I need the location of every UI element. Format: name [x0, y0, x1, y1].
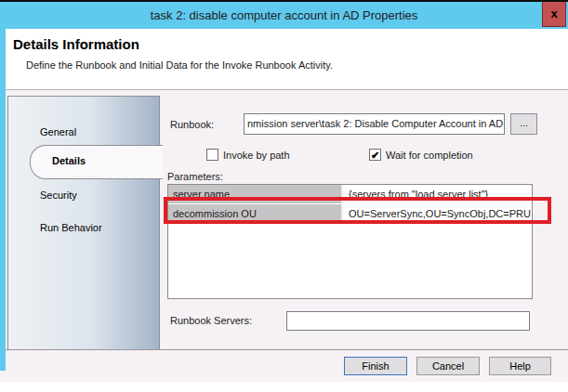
- parameters-table: server name {servers from "load server l…: [167, 184, 533, 299]
- invoke-by-path-label: Invoke by path: [223, 150, 290, 161]
- parameter-value-cell[interactable]: OU=ServerSync,OU=SyncObj,DC=PRU: [345, 204, 532, 223]
- close-icon: x: [550, 7, 557, 20]
- checkbox-invoke-by-path[interactable]: Invoke by path: [206, 148, 290, 162]
- sidebar-item-general[interactable]: General: [40, 124, 76, 139]
- close-button[interactable]: x: [542, 2, 566, 27]
- sidebar-panel: General Details Security Run Behavior: [7, 96, 160, 350]
- runbook-servers-label: Runbook Servers:: [170, 315, 252, 326]
- page-title: Details Information: [13, 36, 139, 52]
- sidebar-item-details-label: Details: [52, 155, 86, 166]
- dialog-window: task 2: disable computer account in AD P…: [0, 0, 568, 392]
- wait-for-completion-checkbox-box[interactable]: ✔: [369, 149, 381, 161]
- runbook-servers-input[interactable]: [286, 311, 530, 331]
- window-left-border: [0, 29, 6, 371]
- parameter-value-cell[interactable]: {servers from "load server list"}: [345, 185, 532, 203]
- parameters-label: Parameters:: [167, 171, 223, 182]
- cancel-button[interactable]: Cancel: [416, 357, 480, 375]
- parameter-name-cell: server name: [168, 185, 343, 203]
- browse-button[interactable]: ...: [510, 113, 537, 135]
- sidebar-item-details[interactable]: Details: [30, 145, 163, 179]
- runbook-input[interactable]: nmission server\task 2: Disable Computer…: [244, 113, 505, 135]
- finish-button[interactable]: Finish: [344, 357, 407, 375]
- parameter-row-decommission-ou: decommission OU OU=ServerSync,OU=SyncObj…: [168, 204, 532, 223]
- help-button[interactable]: Help: [489, 357, 551, 375]
- page-subtitle: Define the Runbook and Initial Data for …: [26, 59, 333, 71]
- sidebar-item-security[interactable]: Security: [40, 188, 77, 203]
- page-background: [0, 382, 568, 392]
- invoke-by-path-checkbox-box[interactable]: [206, 149, 218, 161]
- parameter-row-server-name: server name {servers from "load server l…: [168, 185, 532, 203]
- window-titlebar[interactable]: task 2: disable computer account in AD P…: [0, 2, 568, 29]
- window-title: task 2: disable computer account in AD P…: [0, 2, 568, 29]
- runbook-label: Runbook:: [170, 119, 214, 130]
- parameter-name-cell: decommission OU: [168, 204, 343, 223]
- footer-divider: [6, 349, 568, 350]
- checkbox-wait-for-completion[interactable]: ✔ Wait for completion: [369, 148, 473, 162]
- wait-for-completion-label: Wait for completion: [386, 150, 473, 161]
- sidebar-item-run-behavior[interactable]: Run Behavior: [40, 220, 102, 235]
- dialog-header: Details Information Define the Runbook a…: [0, 29, 568, 89]
